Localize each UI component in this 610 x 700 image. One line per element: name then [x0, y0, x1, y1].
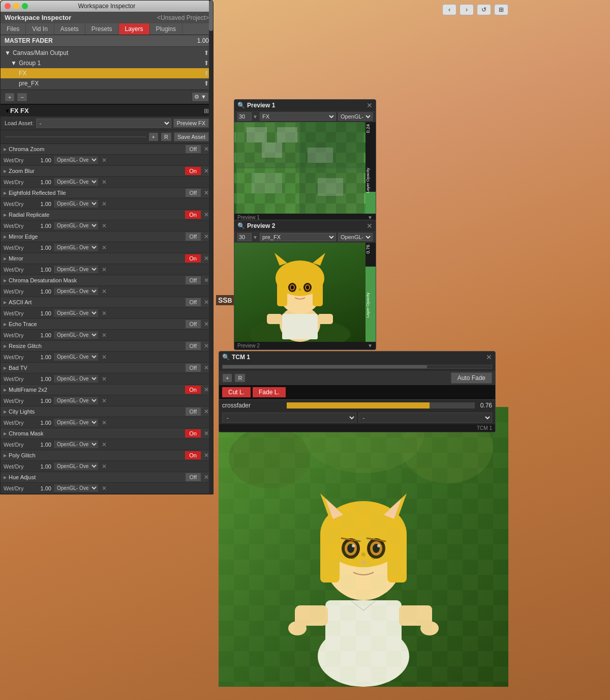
- renderer-select-1[interactable]: OpenGL- Ove: [53, 156, 99, 164]
- preview2-layer-select[interactable]: pre_FX: [260, 233, 336, 241]
- chroma-zoom-toggle[interactable]: Off: [186, 145, 201, 153]
- tab-vidin[interactable]: Vid In: [26, 23, 54, 35]
- renderer-select-8[interactable]: OpenGL- Ove: [53, 309, 99, 317]
- preview1-close-button[interactable]: ✕: [367, 101, 373, 109]
- hue-adjust-toggle[interactable]: Off: [186, 473, 201, 481]
- preview1-opacity-bar[interactable]: 0.24 Layer Opacity: [365, 122, 376, 214]
- bad-tv-toggle[interactable]: Off: [186, 364, 201, 372]
- renderer-select-12[interactable]: OpenGL- Ove: [53, 396, 99, 405]
- preview2-opacity-bar[interactable]: 0.76 Layer Opacity: [365, 243, 376, 342]
- mirror-edge-toggle[interactable]: Off: [186, 232, 201, 241]
- wet-dry-remove-11[interactable]: ✕: [101, 375, 108, 383]
- ascii-expand[interactable]: ▶: [4, 300, 7, 305]
- tab-plugins[interactable]: Plugins: [150, 23, 182, 35]
- random-asset-button[interactable]: R: [161, 132, 172, 141]
- mirror-edge-expand[interactable]: ▶: [4, 235, 7, 239]
- renderer-select-14[interactable]: OpenGL- Ove: [53, 440, 99, 449]
- tcm-reset-button[interactable]: R: [234, 373, 246, 383]
- add-layer-button[interactable]: +: [5, 93, 15, 102]
- bad-tv-expand[interactable]: ▶: [4, 366, 7, 370]
- renderer-select-3[interactable]: OpenGL- Ove: [53, 199, 99, 208]
- ascii-toggle[interactable]: Off: [186, 298, 201, 306]
- renderer-select-13[interactable]: OpenGL- Ove: [53, 418, 99, 427]
- tcm-select-right[interactable]: -: [358, 413, 493, 423]
- menu-button[interactable]: ⊞: [494, 4, 508, 15]
- layer-canvas-main[interactable]: ▼ Canvas/Main Output ⬆: [1, 48, 213, 58]
- preview-fx-button[interactable]: Preview FX: [173, 119, 209, 128]
- chroma-zoom-expand[interactable]: ▶: [4, 147, 7, 152]
- fx-expand-icon[interactable]: ⊞: [204, 107, 209, 114]
- poly-glitch-expand[interactable]: ▶: [4, 453, 7, 458]
- chroma-desat-expand[interactable]: ▶: [4, 278, 7, 283]
- wet-dry-remove-7[interactable]: ✕: [101, 288, 108, 295]
- zoom-blur-expand[interactable]: ▶: [4, 169, 7, 173]
- chroma-mask-expand[interactable]: ▶: [4, 431, 7, 436]
- mirror-expand[interactable]: ▶: [4, 256, 7, 261]
- multiframe-expand[interactable]: ▶: [4, 388, 7, 392]
- wet-dry-remove-12[interactable]: ✕: [101, 397, 108, 404]
- mirror-toggle[interactable]: On: [185, 254, 201, 262]
- multiframe-toggle[interactable]: On: [185, 386, 201, 394]
- wet-dry-remove-9[interactable]: ✕: [101, 332, 108, 339]
- radial-toggle[interactable]: On: [185, 211, 201, 219]
- tcm-select-left[interactable]: -: [222, 413, 356, 423]
- minimize-traffic-light[interactable]: [13, 3, 19, 9]
- wet-dry-remove-10[interactable]: ✕: [101, 354, 108, 361]
- layer-fx[interactable]: FX ⬆: [1, 68, 213, 78]
- maximize-traffic-light[interactable]: [22, 3, 28, 9]
- chroma-desat-toggle[interactable]: Off: [186, 276, 201, 284]
- wet-dry-remove-4[interactable]: ✕: [101, 222, 108, 229]
- zoom-blur-toggle[interactable]: On: [185, 167, 201, 175]
- radial-expand[interactable]: ▶: [4, 213, 7, 217]
- crossfader-track[interactable]: [287, 402, 475, 409]
- save-asset-button[interactable]: Save Asset: [174, 132, 209, 141]
- wet-dry-remove-3[interactable]: ✕: [101, 200, 108, 208]
- layer-settings-button[interactable]: ⚙ ▼: [192, 92, 209, 102]
- hue-adjust-expand[interactable]: ▶: [4, 475, 7, 480]
- layer-group1[interactable]: ▼ Group 1 ⬆: [1, 58, 213, 68]
- preview2-close-button[interactable]: ✕: [367, 222, 373, 230]
- scroll-thumb[interactable]: [209, 1, 213, 31]
- tcm-add-button[interactable]: +: [222, 373, 232, 383]
- wet-dry-remove-5[interactable]: ✕: [101, 244, 108, 251]
- renderer-select-16[interactable]: OpenGL- Ove: [53, 484, 99, 492]
- preview1-fps-input[interactable]: [237, 112, 252, 121]
- tab-assets[interactable]: Assets: [54, 23, 85, 35]
- wet-dry-remove-2[interactable]: ✕: [101, 179, 108, 186]
- echo-expand[interactable]: ▶: [4, 322, 7, 327]
- tcm-fade-button[interactable]: Fade L.: [253, 387, 286, 397]
- renderer-select-10[interactable]: OpenGL- Ove: [53, 353, 99, 361]
- tcm-progress-bar[interactable]: [222, 365, 492, 369]
- wet-dry-remove-16[interactable]: ✕: [101, 485, 108, 492]
- echo-toggle[interactable]: Off: [186, 320, 201, 328]
- city-lights-expand[interactable]: ▶: [4, 410, 7, 414]
- wet-dry-remove-13[interactable]: ✕: [101, 419, 108, 426]
- renderer-select-6[interactable]: OpenGL- Ove: [53, 265, 99, 274]
- preview2-nav-down[interactable]: ▼: [368, 343, 373, 348]
- renderer-select-11[interactable]: OpenGL- Ove: [53, 374, 99, 383]
- wet-dry-remove-8[interactable]: ✕: [101, 310, 108, 317]
- load-asset-select[interactable]: -: [36, 119, 171, 128]
- scrollbar[interactable]: [209, 1, 213, 494]
- refresh-button[interactable]: ↺: [477, 4, 491, 15]
- renderer-select-4[interactable]: OpenGL- Ove: [53, 221, 99, 230]
- renderer-select-15[interactable]: OpenGL- Ove: [53, 462, 99, 471]
- tcm-cut-button[interactable]: Cut L.: [222, 387, 251, 397]
- preview1-renderer-select[interactable]: OpenGL-: [338, 112, 373, 121]
- resize-expand[interactable]: ▶: [4, 344, 7, 348]
- chroma-mask-toggle[interactable]: On: [185, 429, 201, 438]
- preview2-renderer-select[interactable]: OpenGL-: [338, 233, 373, 241]
- renderer-select-2[interactable]: OpenGL- Ove: [53, 178, 99, 186]
- tcm-autofade-button[interactable]: Auto Fade: [451, 372, 492, 384]
- remove-layer-button[interactable]: −: [17, 93, 27, 102]
- reset-asset-button[interactable]: +: [148, 132, 159, 141]
- back-button[interactable]: ‹: [442, 4, 456, 15]
- resize-toggle[interactable]: Off: [186, 342, 201, 350]
- renderer-select-9[interactable]: OpenGL- Ove: [53, 331, 99, 339]
- forward-button[interactable]: ›: [460, 4, 474, 15]
- poly-glitch-toggle[interactable]: On: [185, 451, 201, 459]
- tab-files[interactable]: Files: [1, 23, 26, 35]
- wet-dry-remove-14[interactable]: ✕: [101, 441, 108, 448]
- eightfold-expand[interactable]: ▶: [4, 191, 7, 195]
- close-traffic-light[interactable]: [5, 3, 11, 9]
